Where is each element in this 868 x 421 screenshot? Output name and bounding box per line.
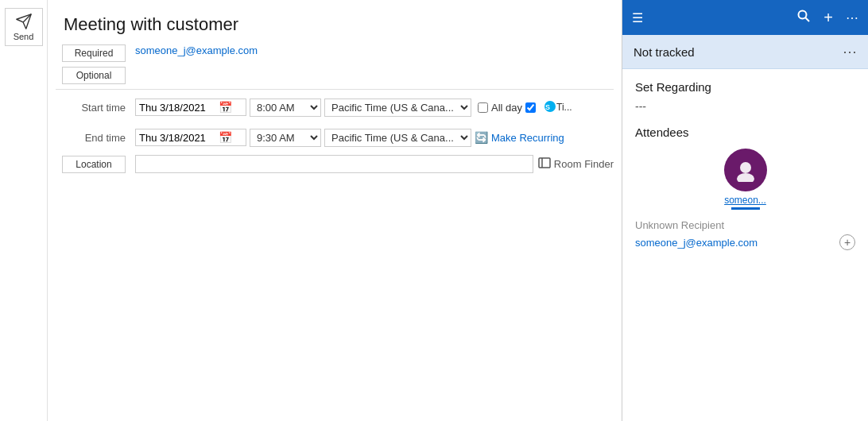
unknown-recipient-section: Unknown Recipient someone_j@example.com … (635, 219, 855, 250)
end-time-row: End time 📅 9:30 AM Pacific Time (US & Ca… (56, 125, 614, 150)
required-button[interactable]: Required (62, 44, 126, 62)
form-section: Meeting with customer Required someone_j… (48, 0, 622, 421)
svg-rect-4 (539, 158, 550, 168)
optional-label-col: Optional (56, 67, 135, 84)
title-row: Meeting with customer (64, 8, 614, 44)
unknown-email[interactable]: someone_j@example.com (635, 237, 758, 249)
svg-point-9 (737, 173, 754, 182)
end-time-label: End time (56, 132, 135, 144)
attendee-name[interactable]: someon... (724, 195, 766, 206)
start-time-select[interactable]: 8:00 AM (250, 98, 321, 117)
optional-row: Optional (56, 67, 614, 84)
attendees-heading: Attendees (635, 126, 855, 139)
not-tracked-bar: Not tracked ⋯ (622, 35, 868, 69)
more-options-icon[interactable]: ⋯ (843, 43, 857, 60)
optional-button[interactable]: Optional (62, 67, 126, 84)
end-time-select[interactable]: 9:30 AM (250, 129, 321, 147)
skype-label: Ti... (556, 102, 572, 113)
svg-point-6 (799, 11, 807, 19)
room-finder-icon (538, 156, 551, 172)
svg-point-8 (740, 162, 751, 173)
svg-text:S: S (545, 103, 550, 111)
allday-group: All day (478, 102, 522, 114)
meeting-title: Meeting with customer (64, 14, 238, 35)
start-time-row: Start time 📅 8:00 AM Pacific Time (US & … (56, 95, 614, 120)
location-button[interactable]: Location (62, 156, 126, 173)
send-panel: Send (0, 0, 48, 421)
start-timezone-select[interactable]: Pacific Time (US & Cana... (324, 98, 471, 117)
start-time-label: Start time (56, 102, 135, 114)
header-left-icons: ☰ (632, 10, 643, 25)
recurring-icon: 🔄 (475, 131, 488, 144)
room-finder-button[interactable]: Room Finder (538, 156, 614, 172)
avatar (724, 149, 767, 191)
right-content: Set Regarding --- Attendees someon... Un… (622, 69, 868, 421)
location-input[interactable] (135, 155, 533, 173)
start-date-input[interactable] (139, 102, 219, 114)
room-finder-label: Room Finder (554, 158, 614, 170)
start-calendar-icon[interactable]: 📅 (219, 101, 232, 114)
required-row: Required someone_j@example.com (56, 44, 614, 62)
ellipsis-icon[interactable]: ⋯ (846, 10, 858, 25)
end-calendar-icon[interactable]: 📅 (219, 131, 232, 144)
make-recurring-button[interactable]: 🔄 Make Recurring (475, 131, 564, 144)
end-date-input[interactable] (139, 132, 219, 144)
required-label-col: Required (56, 44, 135, 62)
start-date-input-group[interactable]: 📅 (135, 98, 246, 116)
search-icon[interactable] (796, 9, 811, 26)
skype-group: S Ti... (525, 100, 572, 115)
allday-checkbox[interactable] (478, 102, 488, 113)
attendee-card: someon... (635, 149, 855, 210)
send-button[interactable]: Send (5, 8, 43, 46)
location-row: Location Room Finder (56, 155, 614, 173)
hamburger-icon[interactable]: ☰ (632, 10, 643, 25)
right-panel: ☰ + ⋯ Not tracked ⋯ Set Regarding --- At… (622, 0, 868, 421)
add-recipient-icon[interactable]: + (839, 234, 855, 250)
end-timezone-select[interactable]: Pacific Time (US & Cana... (324, 129, 471, 147)
allday-label[interactable]: All day (491, 102, 522, 114)
make-recurring-label: Make Recurring (491, 132, 564, 144)
skype-icon: S (544, 100, 556, 115)
end-date-input-group[interactable]: 📅 (135, 129, 246, 146)
regarding-value: --- (635, 100, 855, 113)
not-tracked-text: Not tracked (634, 45, 695, 59)
set-regarding-label: Set Regarding (635, 80, 855, 94)
send-label: Send (14, 32, 34, 41)
attendee-underline (731, 207, 760, 210)
svg-line-7 (806, 18, 810, 22)
compose-area: Meeting with customer Required someone_j… (48, 0, 622, 421)
divider-1 (56, 89, 614, 90)
unknown-email-row: someone_j@example.com + (635, 234, 855, 250)
required-email: someone_j@example.com (135, 44, 614, 56)
skype-checkbox[interactable] (525, 102, 536, 113)
right-header: ☰ + ⋯ (622, 0, 868, 35)
unknown-recipient-title: Unknown Recipient (635, 219, 855, 231)
add-icon[interactable]: + (823, 9, 833, 27)
header-right-icons: + ⋯ (796, 9, 858, 27)
